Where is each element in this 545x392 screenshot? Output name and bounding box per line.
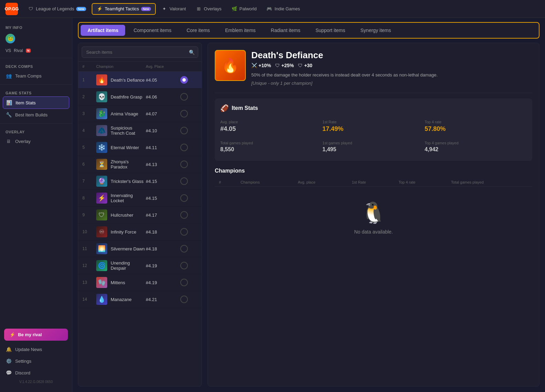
list-item[interactable]: 3 🐉 Anima Visage #4.07 (78, 105, 202, 122)
avg-place-cell: Avg. place #4.05 (220, 117, 322, 135)
item-name-cell: 🛡 Hullcrusher (96, 209, 146, 220)
list-item[interactable]: 14 💧 Manazane #4.21 (78, 291, 202, 308)
sidebar-avatar-item[interactable]: 🐸 (0, 31, 72, 46)
nav-overlays[interactable]: ⊞ Overlays (191, 4, 225, 14)
list-item[interactable]: 1 🔥 Death's Defiance #4.05 (78, 72, 202, 89)
nav-palworld[interactable]: 🌿 Palworld (227, 4, 261, 14)
top4-games-value: 4,942 (425, 146, 527, 153)
builds-icon (6, 112, 12, 118)
nav-lol[interactable]: 🛡 League of Legends New (23, 4, 90, 14)
item-radio[interactable] (180, 144, 188, 151)
stat1-icon: ⚔️ (251, 63, 257, 68)
list-item[interactable]: 10 ♾ Infinity Force #4.18 (78, 224, 202, 240)
sidebar-item-discord[interactable]: Discord (0, 367, 72, 379)
item-radio[interactable] (180, 296, 188, 303)
stats-section-title: Item Stats (232, 105, 258, 111)
item-name: Unending Despair (111, 260, 146, 271)
item-radio[interactable] (180, 245, 188, 252)
item-name: Suspicious Trench Coat (111, 125, 146, 136)
overlays-icon: ⊞ (195, 6, 202, 12)
total-games-value: 8,550 (220, 146, 322, 153)
sidebar-item-news[interactable]: Update News (0, 343, 72, 355)
opgg-logo[interactable]: OP.GG (6, 3, 18, 15)
item-radio[interactable] (180, 194, 188, 202)
item-hero-image: 🔥 (215, 50, 246, 81)
list-item[interactable]: 11 🌅 Silvermere Dawn #4.18 (78, 240, 202, 257)
item-image: 🌅 (96, 243, 107, 254)
champions-table: # Champions Avg. place 1st Rate Top 4 ra… (215, 178, 532, 187)
rival-icon: ⚡ (10, 332, 15, 337)
version-text: V.1.4.22.G.0828 0650 (0, 379, 72, 385)
item-avg-place: #4.13 (146, 162, 180, 167)
list-item[interactable]: 6 ⏳ Zhonya's Paradox #4.13 (78, 156, 202, 173)
nav-indiegames[interactable]: 🎮 Indie Games (262, 4, 304, 14)
list-item[interactable]: 12 🌀 Unending Despair #4.19 (78, 257, 202, 274)
list-item[interactable]: 8 ⚡ Innervating Locket #4.15 (78, 190, 202, 207)
list-item[interactable]: 13 🧤 Mittens #4.19 (78, 274, 202, 291)
item-name-cell: ⚡ Innervating Locket (96, 193, 146, 204)
tab-support[interactable]: Support items (309, 25, 352, 36)
item-radio[interactable] (180, 177, 188, 185)
item-rank: 3 (82, 111, 96, 116)
search-icon[interactable]: 🔍 (189, 50, 195, 55)
item-list-panel: 🔍 # Champion Avg. Place 1 🔥 Death's Defi… (78, 43, 202, 386)
palworld-icon: 🌿 (231, 6, 238, 12)
item-radio[interactable] (180, 279, 188, 286)
item-radio[interactable] (180, 110, 188, 117)
list-item[interactable]: 4 🧥 Suspicious Trench Coat #4.10 (78, 122, 202, 139)
tab-core[interactable]: Core items (180, 25, 217, 36)
list-item[interactable]: 2 💀 Deathfire Grasp #4.06 (78, 89, 202, 105)
item-image: 🛡 (96, 209, 107, 220)
sidebar-item-team-comps[interactable]: Team Comps (0, 70, 72, 82)
item-avg-place: #4.15 (146, 179, 180, 184)
item-radio[interactable] (180, 161, 188, 168)
tab-component[interactable]: Component items (127, 25, 178, 36)
list-item[interactable]: 5 ❄️ Eternal Winter #4.11 (78, 139, 202, 156)
detail-divider-1 (215, 93, 532, 93)
item-name: Deathfire Grasp (111, 94, 142, 100)
item-detail-info: Death's Defiance ⚔️ +10% 🛡 +25% (251, 50, 532, 86)
item-name-cell: 🐉 Anima Visage (96, 108, 146, 119)
tab-artifact[interactable]: Artifact items (81, 25, 125, 36)
sidebar-item-overlay[interactable]: Overlay (0, 135, 72, 147)
item-image: 💀 (96, 91, 107, 102)
item-radio[interactable] (180, 211, 188, 219)
stat1-value: +10% (259, 63, 271, 68)
tab-synergy[interactable]: Synergy items (354, 25, 398, 36)
item-image: 🔥 (96, 74, 107, 85)
stat-badge-1: ⚔️ +10% (251, 63, 271, 68)
item-list-header: # Champion Avg. Place (78, 62, 202, 72)
item-avg-place: #4.18 (146, 246, 180, 251)
col-total-games: Total games played (447, 178, 532, 187)
tab-emblem[interactable]: Emblem items (218, 25, 263, 36)
stats-section-header: 🏈 Item Stats (220, 104, 527, 112)
item-avg-place: #4.19 (146, 263, 180, 268)
item-name: Trickster's Glass (111, 179, 143, 184)
search-input[interactable] (82, 47, 198, 58)
nav-valorant[interactable]: ✦ Valorant (157, 4, 190, 14)
item-radio[interactable] (180, 76, 188, 84)
settings-icon (6, 358, 12, 364)
item-radio[interactable] (180, 228, 188, 236)
sidebar-item-best-builds[interactable]: Best Item Builds (0, 109, 72, 121)
stat2-value: +25% (281, 63, 294, 68)
nav-tft[interactable]: ⚡ Teamfight Tactics New (92, 3, 156, 15)
sidebar-item-settings[interactable]: Settings (0, 355, 72, 367)
stats-section: 🏈 Item Stats Avg. place #4.05 1st Rate 1… (215, 99, 532, 161)
team-icon (6, 73, 12, 79)
shield-icon: 🛡 (28, 6, 34, 12)
sidebar-item-item-stats[interactable]: Item Stats (3, 96, 69, 109)
item-avg-place: #4.10 (146, 128, 180, 133)
list-item[interactable]: 7 🔮 Trickster's Glass #4.15 (78, 173, 202, 190)
item-radio[interactable] (180, 262, 188, 269)
item-rank: 1 (82, 78, 96, 82)
item-radio[interactable] (180, 127, 188, 134)
be-my-rival-button[interactable]: ⚡ Be my rival (4, 329, 68, 341)
top4-games-cell: Top 4 games played 4,942 (425, 135, 527, 155)
list-item[interactable]: 9 🛡 Hullcrusher #4.17 (78, 207, 202, 224)
top4-rate-cell: Top 4 rate 57.80% (425, 117, 527, 135)
item-type-tabs: Artifact items Component items Core item… (78, 22, 539, 39)
tab-radiant[interactable]: Radiant items (264, 25, 307, 36)
item-radio[interactable] (180, 93, 188, 101)
item-avg-place: #4.17 (146, 213, 180, 218)
